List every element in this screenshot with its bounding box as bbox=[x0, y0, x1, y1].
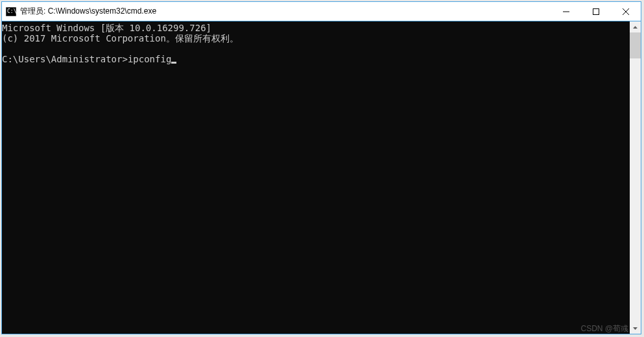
watermark: CSDN @荀彧 bbox=[580, 323, 628, 334]
output-line: Microsoft Windows [版本 10.0.16299.726] bbox=[2, 23, 630, 33]
cursor bbox=[171, 62, 176, 64]
cmd-window: C:\ 管理员: C:\Windows\system32\cmd.exe Mic… bbox=[1, 1, 641, 334]
output-line bbox=[2, 44, 630, 54]
scroll-down-arrow[interactable] bbox=[630, 323, 641, 334]
scroll-up-arrow[interactable] bbox=[630, 21, 641, 32]
prompt-text: C:\Users\Administrator> bbox=[2, 54, 128, 64]
window-title: 管理员: C:\Windows\system32\cmd.exe bbox=[20, 6, 551, 17]
maximize-button[interactable] bbox=[581, 2, 611, 21]
output-line: (c) 2017 Microsoft Corporation。保留所有权利。 bbox=[2, 33, 630, 44]
close-button[interactable] bbox=[611, 2, 641, 21]
svg-rect-3 bbox=[593, 8, 599, 14]
titlebar[interactable]: C:\ 管理员: C:\Windows\system32\cmd.exe bbox=[2, 2, 641, 21]
scroll-track[interactable] bbox=[630, 32, 641, 323]
prompt-line: C:\Users\Administrator>ipconfig bbox=[2, 54, 630, 64]
minimize-button[interactable] bbox=[551, 2, 581, 21]
svg-text:C:\: C:\ bbox=[7, 8, 16, 14]
scroll-thumb[interactable] bbox=[630, 32, 641, 58]
terminal-output[interactable]: Microsoft Windows [版本 10.0.16299.726](c)… bbox=[2, 21, 630, 334]
window-controls bbox=[551, 2, 641, 21]
terminal-area: Microsoft Windows [版本 10.0.16299.726](c)… bbox=[2, 21, 641, 334]
vertical-scrollbar[interactable] bbox=[630, 21, 641, 334]
cmd-icon: C:\ bbox=[6, 7, 16, 16]
command-text: ipconfig bbox=[128, 54, 171, 64]
svg-marker-7 bbox=[633, 327, 638, 330]
svg-marker-6 bbox=[633, 26, 638, 29]
